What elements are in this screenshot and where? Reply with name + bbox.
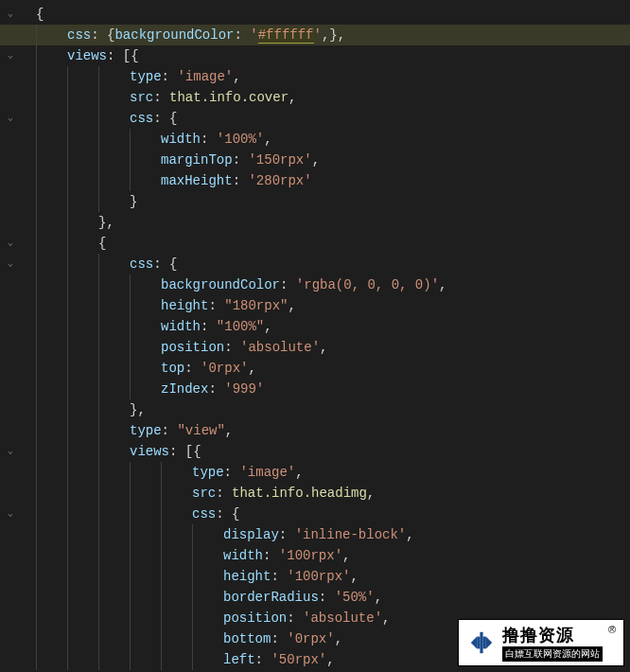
token: bottom <box>223 631 271 646</box>
token: , <box>406 527 413 542</box>
code-line[interactable]: width: '100%', <box>0 129 630 150</box>
code-line[interactable]: borderRadius: '50%', <box>0 587 630 608</box>
code-line[interactable]: position: 'absolute', <box>0 337 630 358</box>
code-line[interactable]: top: '0rpx', <box>0 358 630 379</box>
code-content[interactable]: height: "180rpx", <box>161 295 630 316</box>
token: 'image' <box>177 69 233 84</box>
indent-guides <box>21 628 223 649</box>
token: ' <box>314 27 322 43</box>
code-content[interactable]: css: { <box>130 254 630 274</box>
code-line[interactable]: height: '100rpx', <box>0 566 630 587</box>
code-line[interactable]: maxHeight: '280rpx' <box>0 170 630 191</box>
code-line[interactable]: width: '100rpx', <box>0 545 630 566</box>
code-line[interactable]: zIndex: '999' <box>0 379 630 399</box>
token: : <box>201 132 217 147</box>
token: , <box>248 361 255 376</box>
code-line[interactable]: css: {backgroundColor: '#ffffff',}, <box>0 25 630 45</box>
token: : [{ <box>169 444 201 459</box>
gutter <box>0 420 21 441</box>
code-line[interactable]: backgroundColor: 'rgba(0, 0, 0, 0)', <box>0 274 630 295</box>
token: : <box>279 527 295 542</box>
token: width <box>161 319 201 334</box>
watermark: 撸撸资源 白嫖互联网资源的网站 ® <box>458 619 624 666</box>
code-line[interactable]: } <box>0 191 630 212</box>
code-content[interactable]: height: '100rpx', <box>223 566 630 587</box>
code-content[interactable]: }, <box>130 399 630 420</box>
code-content[interactable]: { <box>98 233 630 254</box>
gutter: ⌄ <box>0 441 21 462</box>
gutter <box>0 87 21 108</box>
gutter: ⌄ <box>0 45 21 66</box>
fold-arrow-icon[interactable]: ⌄ <box>8 504 13 524</box>
indent-guides <box>21 316 161 337</box>
code-content[interactable]: marginTop: '150rpx', <box>161 150 630 170</box>
code-line[interactable]: type: 'image', <box>0 66 630 87</box>
fold-arrow-icon[interactable]: ⌄ <box>8 45 13 66</box>
code-line[interactable]: type: 'image', <box>0 462 630 483</box>
code-content[interactable]: display: 'inline-block', <box>223 524 630 545</box>
code-line[interactable]: type: "view", <box>0 420 630 441</box>
code-line[interactable]: ⌄css: { <box>0 504 630 524</box>
code-content[interactable]: zIndex: '999' <box>161 379 630 399</box>
code-content[interactable]: css: { <box>130 108 630 129</box>
code-content[interactable]: position: 'absolute', <box>161 337 630 358</box>
gutter: ⌄ <box>0 4 21 25</box>
indent-guides <box>21 191 130 212</box>
code-content[interactable]: width: "100%", <box>161 316 630 337</box>
gutter <box>0 379 21 399</box>
code-line[interactable]: ⌄css: { <box>0 108 630 129</box>
gutter <box>0 212 21 233</box>
token: : <box>162 69 178 84</box>
code-content[interactable]: }, <box>98 212 630 233</box>
fold-arrow-icon[interactable]: ⌄ <box>8 254 13 274</box>
token: top <box>161 361 184 376</box>
code-line[interactable]: ⌄{ <box>0 233 630 254</box>
code-line[interactable]: width: "100%", <box>0 316 630 337</box>
code-line[interactable]: }, <box>0 399 630 420</box>
gutter <box>0 25 21 45</box>
fold-arrow-icon[interactable]: ⌄ <box>8 233 13 254</box>
code-content[interactable]: borderRadius: '50%', <box>223 587 630 608</box>
code-content[interactable]: } <box>130 191 630 212</box>
code-line[interactable]: ⌄views: [{ <box>0 45 630 66</box>
code-content[interactable]: type: 'image', <box>192 462 630 483</box>
token: , <box>264 319 271 334</box>
code-content[interactable]: type: 'image', <box>130 66 630 87</box>
code-content[interactable]: { <box>36 4 630 25</box>
code-line[interactable]: display: 'inline-block', <box>0 524 630 545</box>
code-content[interactable]: maxHeight: '280rpx' <box>161 170 630 191</box>
code-content[interactable]: src: that.info.headimg, <box>192 483 630 504</box>
fold-arrow-icon[interactable]: ⌄ <box>8 108 13 129</box>
code-line[interactable]: marginTop: '150rpx', <box>0 150 630 170</box>
gutter <box>0 295 21 316</box>
code-editor[interactable]: ⌄{css: {backgroundColor: '#ffffff',},⌄vi… <box>0 0 630 670</box>
code-line[interactable]: ⌄views: [{ <box>0 441 630 462</box>
code-line[interactable]: src: that.info.cover, <box>0 87 630 108</box>
token: maxHeight <box>161 173 233 188</box>
indent-guides <box>21 545 223 566</box>
code-line[interactable]: src: that.info.headimg, <box>0 483 630 504</box>
code-content[interactable]: top: '0rpx', <box>161 358 630 379</box>
code-line[interactable]: ⌄css: { <box>0 254 630 274</box>
code-content[interactable]: width: '100%', <box>161 129 630 150</box>
gutter <box>0 524 21 545</box>
fold-arrow-icon[interactable]: ⌄ <box>8 4 13 25</box>
token: '999' <box>224 381 264 397</box>
code-content[interactable]: views: [{ <box>67 45 630 66</box>
code-content[interactable]: src: that.info.cover, <box>130 87 630 108</box>
code-content[interactable]: width: '100rpx', <box>223 545 630 566</box>
token: , <box>295 465 303 480</box>
token: , <box>288 298 295 313</box>
token: views <box>67 48 107 63</box>
code-content[interactable]: css: {backgroundColor: '#ffffff',}, <box>67 25 630 45</box>
code-line[interactable]: ⌄{ <box>0 4 630 25</box>
fold-arrow-icon[interactable]: ⌄ <box>8 441 13 462</box>
code-content[interactable]: css: { <box>192 504 630 524</box>
code-line[interactable]: }, <box>0 212 630 233</box>
token: width <box>161 132 201 147</box>
code-line[interactable]: height: "180rpx", <box>0 295 630 316</box>
code-content[interactable]: backgroundColor: 'rgba(0, 0, 0, 0)', <box>161 274 630 295</box>
code-content[interactable]: views: [{ <box>130 441 630 462</box>
code-content[interactable]: type: "view", <box>130 420 630 441</box>
token: '280rpx' <box>248 173 311 188</box>
